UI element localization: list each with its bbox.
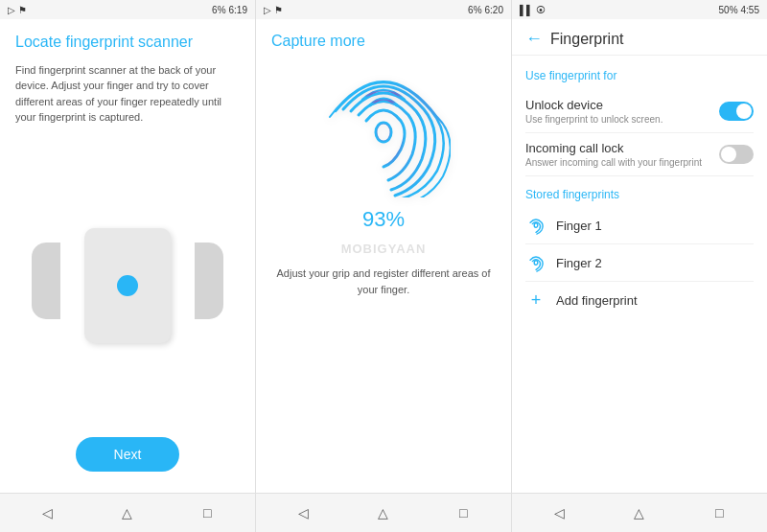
unlock-info: Unlock device Use fingerprint to unlock … [525,98,719,125]
nav-section-1: ◁ △ □ [0,494,256,532]
status-left-2: ▷ ⚑ [264,5,283,15]
status-left-1: ▷ ⚑ [8,5,27,15]
back-nav-btn-1[interactable]: ◁ [38,503,58,522]
status-bar-1: ▷ ⚑ 6% 6:19 [0,0,255,19]
battery-text-3: 50% [719,5,738,15]
unlock-title: Unlock device [525,98,719,112]
panel2-title: Capture more [271,33,496,50]
finger2-item[interactable]: Finger 2 [525,244,754,282]
hand-left [32,243,60,319]
status-right-2: 6% 6:20 [468,5,503,15]
time-2: 6:20 [485,5,503,15]
play-icon: ▷ [8,5,15,15]
nav-section-3: ◁ △ □ [512,494,767,532]
panel-fingerprint-settings: ▌▌ ⦿ 50% 4:55 ← Fingerprint Use fingerpr… [512,0,767,493]
svg-point-1 [534,223,538,228]
panel3-header: ← Fingerprint [512,19,767,56]
battery-text-1: 6% [212,5,225,15]
back-nav-btn-2[interactable]: ◁ [294,503,314,522]
panel3-content: Use fingerprint for Unlock device Use fi… [512,56,767,493]
svg-point-0 [376,123,391,142]
flag-icon: ⚑ [18,5,27,15]
back-button[interactable]: ← [525,29,543,49]
unlock-desc: Use fingerprint to unlock screen. [525,114,719,125]
recent-nav-btn-1[interactable]: □ [198,503,217,522]
panel1-title: Locate fingerprint scanner [15,33,240,53]
fingerprint-image-container [271,63,496,197]
flag-icon-2: ⚑ [274,5,283,15]
use-fingerprint-label: Use fingerprint for [525,69,754,82]
status-bar-3: ▌▌ ⦿ 50% 4:55 [512,0,767,19]
panel1-description: Find fingerprint scanner at the back of … [15,62,240,126]
status-right-3: 50% 4:55 [719,5,759,15]
panel3-title: Fingerprint [550,31,623,48]
unlock-toggle[interactable] [719,102,754,121]
home-nav-btn-3[interactable]: △ [630,503,649,522]
next-button[interactable]: Next [76,437,180,472]
status-right-1: 6% 6:19 [212,5,247,15]
toggle-knob-unlock [736,104,752,119]
recent-nav-btn-3[interactable]: □ [709,503,729,522]
home-nav-btn-1[interactable]: △ [118,503,137,522]
svg-point-2 [534,261,538,266]
status-left-3: ▌▌ ⦿ [520,5,546,15]
finger1-label: Finger 1 [556,219,602,233]
panel-capture-more: ▷ ⚑ 6% 6:20 Capture more [256,0,512,493]
phone-body [84,228,171,343]
home-nav-btn-2[interactable]: △ [374,503,393,522]
time-1: 6:19 [229,5,247,15]
recent-nav-btn-2[interactable]: □ [453,503,473,522]
back-nav-btn-3[interactable]: ◁ [550,503,569,522]
stored-fingerprints-label: Stored fingerprints [525,188,754,201]
time-3: 4:55 [741,5,759,15]
fingerprint-dot [117,275,138,296]
toggle-knob-call [721,147,736,162]
panel1-content: Locate fingerprint scanner Find fingerpr… [0,19,255,493]
unlock-device-row: Unlock device Use fingerprint to unlock … [525,90,754,133]
call-title: Incoming call lock [525,141,719,155]
finger2-icon [525,252,546,273]
finger1-icon [525,215,546,236]
panel2-content: Capture more [256,19,511,493]
capture-percent: 93% [271,207,496,232]
signal-icon: ▌▌ [520,5,533,15]
call-desc: Answer incoming call with your fingerpri… [525,157,719,168]
finger1-item[interactable]: Finger 1 [525,207,754,244]
watermark: MOBIGYAAN [271,242,496,256]
hand-right [195,243,223,319]
add-fingerprint-label: Add fingerprint [556,293,638,308]
add-icon: + [525,289,546,311]
call-toggle[interactable] [719,145,754,164]
finger2-label: Finger 2 [556,256,602,270]
status-bar-2: ▷ ⚑ 6% 6:20 [256,0,511,19]
phone-illustration [15,145,240,428]
panel-locate-fingerprint: ▷ ⚑ 6% 6:19 Locate fingerprint scanner F… [0,0,256,493]
navigation-bar: ◁ △ □ ◁ △ □ ◁ △ □ [0,493,767,532]
nav-section-2: ◁ △ □ [256,494,512,532]
play-icon-2: ▷ [264,5,271,15]
call-lock-row: Incoming call lock Answer incoming call … [525,133,754,176]
fingerprint-svg [316,63,451,197]
call-info: Incoming call lock Answer incoming call … [525,141,719,168]
panel2-description: Adjust your grip and register different … [271,266,496,297]
battery-text-2: 6% [468,5,481,15]
add-fingerprint-item[interactable]: + Add fingerprint [525,282,754,318]
wifi-icon: ⦿ [536,5,546,15]
